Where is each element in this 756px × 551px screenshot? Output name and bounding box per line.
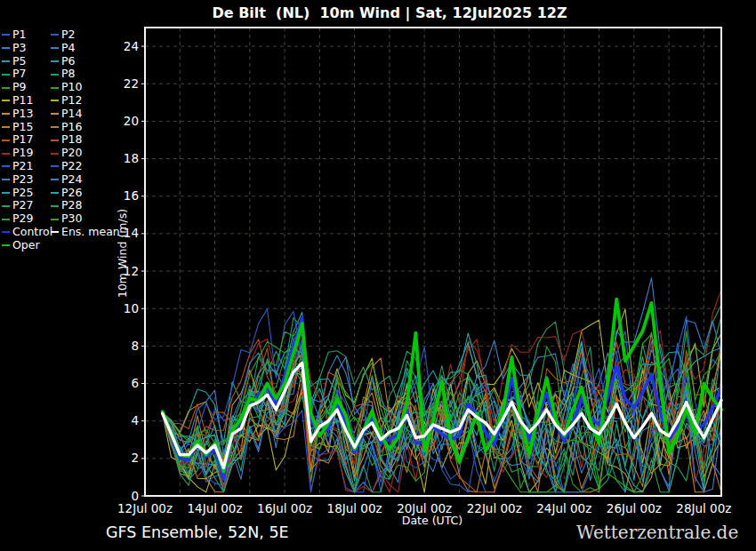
y-tick-label: 12 [124,264,139,278]
y-tick-label: 20 [124,114,139,128]
weather-ensemble-figure: De Bilt (NL) 10m Wind | Sat, 12Jul2025 1… [0,0,756,551]
x-tick-label: 26Jul 00z [607,501,662,515]
watermark-label: Wetterzentrale.de [576,522,738,543]
y-tick-label: 6 [131,376,139,390]
y-tick-label: 22 [124,76,139,91]
x-axis-label: Date (UTC) [402,514,462,527]
x-tick-label: 22Jul 00z [467,501,522,515]
x-tick-label: 28Jul 00z [676,501,731,515]
y-tick-label: 2 [131,451,139,465]
x-tick-label: 12Jul 00z [117,501,173,515]
y-tick-label: 16 [124,188,139,203]
y-tick-label: 24 [124,39,139,53]
y-tick-label: 18 [124,151,139,165]
x-tick-label: 24Jul 00z [536,501,591,515]
x-tick-label: 16Jul 00z [257,501,312,515]
y-tick-label: 4 [131,413,139,427]
model-info-label: GFS Ensemble, 52N, 5E [106,523,289,541]
x-tick-label: 18Jul 00z [327,501,382,515]
y-tick-label: 14 [124,226,139,240]
y-tick-label: 10 [124,301,139,315]
plot-area: 02468101214161820222412Jul 00z14Jul 00z1… [0,0,756,551]
y-tick-label: 8 [131,339,139,353]
x-tick-label: 14Jul 00z [188,501,243,515]
